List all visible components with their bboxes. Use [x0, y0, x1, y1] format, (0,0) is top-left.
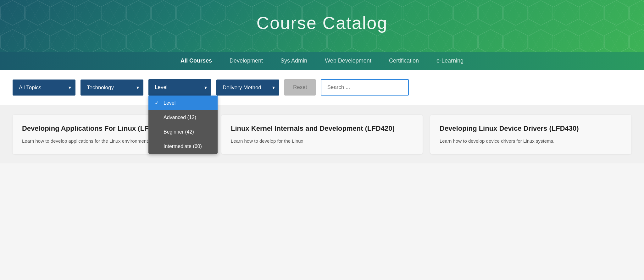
filters-bar: All Topics Technology Level ✓ Level Adva…	[0, 70, 644, 105]
level-dropdown-wrapper: Level ✓ Level Advanced (12) Beginner (42…	[148, 79, 211, 96]
level-beginner-label: Beginner (42)	[164, 129, 194, 135]
course-card-lfd430: Developing Linux Device Drivers (LFD430)…	[430, 115, 631, 154]
courses-grid: Developing Applications For Linux (LFD40…	[0, 105, 644, 163]
nav-item-development[interactable]: Development	[221, 52, 272, 70]
level-option-beginner[interactable]: Beginner (42)	[148, 125, 218, 139]
topics-select-wrapper: All Topics	[13, 80, 75, 96]
nav-item-all-courses[interactable]: All Courses	[172, 52, 221, 70]
course-desc-lfd420: Learn how to develop for the Linux	[231, 138, 413, 145]
checkmark-icon: ✓	[155, 100, 160, 106]
level-dropdown-menu: ✓ Level Advanced (12) Beginner (42) Inte…	[148, 96, 218, 154]
level-option-advanced[interactable]: Advanced (12)	[148, 110, 218, 125]
technology-select[interactable]: Technology	[80, 80, 143, 96]
level-option-level[interactable]: ✓ Level	[148, 96, 218, 110]
topics-select[interactable]: All Topics	[13, 80, 75, 96]
page-header: Course Catalog	[0, 0, 644, 52]
nav-item-web-development[interactable]: Web Development	[316, 52, 380, 70]
page-title: Course Catalog	[6, 13, 638, 33]
course-title-lfd420: Linux Kernel Internals and Development (…	[231, 124, 413, 133]
delivery-select[interactable]: Delivery Method	[216, 80, 279, 96]
level-dropdown-button[interactable]: Level	[148, 79, 211, 96]
nav-item-certification[interactable]: Certification	[380, 52, 428, 70]
reset-button[interactable]: Reset	[284, 79, 316, 96]
level-option-intermediate[interactable]: Intermediate (60)	[148, 139, 218, 154]
course-card-lfd420: Linux Kernel Internals and Development (…	[221, 115, 423, 154]
course-title-lfd430: Developing Linux Device Drivers (LFD430)	[440, 124, 622, 133]
delivery-select-wrapper: Delivery Method	[216, 80, 279, 96]
nav-inner: All Courses Development Sys Admin Web De…	[0, 52, 644, 70]
nav-item-sys-admin[interactable]: Sys Admin	[272, 52, 316, 70]
level-option-label: Level	[164, 100, 175, 106]
nav-item-elearning[interactable]: e-Learning	[428, 52, 472, 70]
technology-select-wrapper: Technology	[80, 80, 143, 96]
level-advanced-label: Advanced (12)	[164, 115, 196, 120]
search-input[interactable]	[327, 84, 402, 91]
nav-bar: All Courses Development Sys Admin Web De…	[0, 52, 644, 70]
level-intermediate-label: Intermediate (60)	[164, 144, 202, 149]
course-desc-lfd430: Learn how to develop device drivers for …	[440, 138, 622, 145]
search-input-wrapper	[321, 79, 409, 96]
